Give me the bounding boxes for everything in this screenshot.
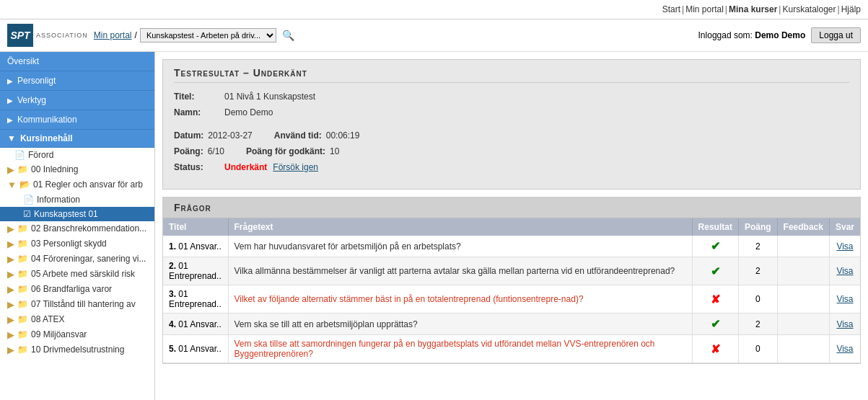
sidebar-overview-label: Översikt <box>7 56 39 66</box>
sidebar: Översikt ▶ Personligt ▶ Verktyg ▶ Kommun… <box>0 52 155 400</box>
retry-link[interactable]: Försök igen <box>273 162 318 172</box>
result-title-row: Titel: 01 Nivå 1 Kunskapstest <box>174 92 849 102</box>
cell-title: 1. 01 Ansvar.. <box>163 236 228 257</box>
folder-arrow-atex: ▶ <box>7 314 14 325</box>
cell-result: ✘ <box>692 335 738 363</box>
visa-link[interactable]: Visa <box>836 294 853 304</box>
result-time-value: 00:06:19 <box>326 130 360 141</box>
tree-label-drivmedel: 10 Drivmedelsutrustning <box>31 345 124 355</box>
col-header-feedback: Feedback <box>777 218 829 236</box>
sidebar-item-tools[interactable]: ▶ Verktyg <box>0 91 154 110</box>
cell-title: 5. 01 Ansvar.. <box>163 335 228 363</box>
folder-shape-atex: 📁 <box>17 314 28 324</box>
tree-item-arbete-risk[interactable]: ▶ 📁 05 Arbete med särskild risk <box>0 267 154 282</box>
cell-question: Vilket av följande alternativ stämmer bä… <box>228 285 692 314</box>
cell-answer: Visa <box>829 257 860 285</box>
cell-question: Vem har huvudansvaret för arbetsmiljön p… <box>228 236 692 257</box>
tree-item-inledning[interactable]: ▶ 📁 00 Inledning <box>0 162 154 177</box>
nav-portal[interactable]: Min portal <box>685 4 724 14</box>
sidebar-tools-label: Verktyg <box>17 95 46 105</box>
folder-arrow-drivmedel: ▶ <box>7 345 14 355</box>
table-row: 3. 01 Entreprenad.. Vilket av följande a… <box>163 285 860 314</box>
content-area: Testresultat – Underkänt Titel: 01 Nivå … <box>155 52 868 400</box>
sidebar-item-personal[interactable]: ▶ Personligt <box>0 71 154 91</box>
breadcrumb-sep: / <box>135 30 137 40</box>
tree-item-drivmedel[interactable]: ▶ 📁 10 Drivmedelsutrustning <box>0 342 154 357</box>
result-date-time-group: Datum: 2012-03-27 Använd tid: 00:06:19 <box>174 130 849 141</box>
folder-arrow-fororeningar: ▶ <box>7 254 14 265</box>
tree-label-regler: 01 Regler och ansvar för arb <box>33 179 143 190</box>
breadcrumb-home[interactable]: Min portal <box>94 30 132 40</box>
tree-label-inledning: 00 Inledning <box>31 164 78 174</box>
tree-item-atex[interactable]: ▶ 📁 08 ATEX <box>0 312 154 327</box>
user-name: Demo Demo <box>755 30 805 40</box>
sidebar-item-communication[interactable]: ▶ Kommunikation <box>0 110 154 130</box>
table-row: 2. 01 Entreprenad.. Vilka allmänna bestä… <box>163 257 860 285</box>
doc-icon-forord: 📄 <box>14 150 25 160</box>
result-time-label: Använd tid: <box>274 130 322 141</box>
cell-title: 4. 01 Ansvar.. <box>163 314 228 335</box>
cell-answer: Visa <box>829 314 860 335</box>
col-header-question: Frågetext <box>228 218 692 236</box>
tree-item-bransch[interactable]: ▶ 📁 02 Branschrekommendation... <box>0 221 154 236</box>
tree-label-personligt-skydd: 03 Personligt skydd <box>31 239 107 249</box>
folder-arrow-miljoansvar: ▶ <box>7 329 14 340</box>
logo-association: ASSOCIATION <box>36 32 88 40</box>
result-date-field: Datum: 2012-03-27 <box>174 130 253 141</box>
folder-arrow-arbete-risk: ▶ <box>7 269 14 280</box>
visa-link[interactable]: Visa <box>836 266 853 276</box>
header-left: SPT ASSOCIATION Min portal / Kunskapstes… <box>7 24 294 47</box>
tree-item-fororeningar[interactable]: ▶ 📁 04 Föroreningar, sanering vi... <box>0 252 154 267</box>
nav-catalog[interactable]: Kurskataloger <box>782 4 836 14</box>
visa-link[interactable]: Visa <box>836 241 853 252</box>
search-button[interactable]: 🔍 <box>282 30 294 41</box>
result-check-icon: ✔ <box>711 265 720 277</box>
sidebar-communication-label: Kommunikation <box>17 115 77 125</box>
tree-item-forord[interactable]: 📄 Förord <box>0 148 154 162</box>
tree-item-kunskapstest01[interactable]: ☑ Kunskapstest 01 <box>0 207 154 221</box>
result-name-label: Namn: <box>174 107 224 117</box>
result-name-row: Namn: Demo Demo <box>174 107 849 117</box>
tree-item-regler[interactable]: ▼ 📂 01 Regler och ansvar för arb <box>0 177 154 192</box>
cell-question: Vem ska se till att en arbetsmiljöplan u… <box>228 314 692 335</box>
top-navigation: Start | Min portal | Mina kurser | Kursk… <box>0 0 868 19</box>
tree-item-personligt-skydd[interactable]: ▶ 📁 03 Personligt skydd <box>0 236 154 252</box>
folder-shape-tillstand: 📁 <box>17 299 28 309</box>
nav-start[interactable]: Start <box>662 4 680 14</box>
nav-help[interactable]: Hjälp <box>841 4 861 14</box>
folder-arrow-personligt: ▶ <box>7 239 14 249</box>
visa-link[interactable]: Visa <box>836 319 853 329</box>
breadcrumb: Min portal / Kunskapstest - Arbeten på d… <box>94 28 276 43</box>
tree-label-information: Information <box>37 195 80 205</box>
result-points-group: Poäng: 6/10 Poäng för godkänt: 10 <box>174 146 849 156</box>
tree-item-miljoansvar[interactable]: ▶ 📁 09 Miljöansvar <box>0 327 154 342</box>
sidebar-arrow-tools: ▶ <box>7 97 13 105</box>
breadcrumb-course-select[interactable]: Kunskapstest - Arbeten på driv... <box>140 28 276 43</box>
visa-link[interactable]: Visa <box>836 344 853 354</box>
folder-shape-personligt: 📁 <box>17 239 28 249</box>
logout-button[interactable]: Logga ut <box>811 27 861 43</box>
tree-item-information[interactable]: 📄 Information <box>0 192 154 207</box>
folder-icon-inledning: ▶ <box>7 164 14 175</box>
tree-label-fororeningar: 04 Föroreningar, sanering vi... <box>31 254 146 264</box>
questions-panel: Frågor Titel Frågetext Resultat Poäng Fe… <box>162 197 861 364</box>
tree-label-bransch: 02 Branschrekommendation... <box>31 223 146 234</box>
sidebar-arrow-course: ▼ <box>7 133 16 143</box>
result-points-field: Poäng: 6/10 <box>174 146 224 156</box>
sidebar-item-overview[interactable]: Översikt <box>0 52 154 71</box>
result-title-label: Titel: <box>174 92 224 102</box>
tree-item-tillstand[interactable]: ▶ 📁 07 Tillstånd till hantering av <box>0 297 154 312</box>
result-check-icon: ✔ <box>711 240 720 252</box>
cell-result: ✔ <box>692 236 738 257</box>
col-header-points: Poäng <box>738 218 777 236</box>
folder-shape-regler: 📂 <box>19 179 30 190</box>
cell-result: ✔ <box>692 257 738 285</box>
nav-my-courses[interactable]: Mina kurser <box>729 4 777 14</box>
cell-answer: Visa <box>829 236 860 257</box>
logged-in-label: Inloggad som: Demo Demo <box>698 30 806 40</box>
questions-heading: Frågor <box>163 197 860 218</box>
tree-item-brandfarliga[interactable]: ▶ 📁 06 Brandfarliga varor <box>0 282 154 297</box>
cell-points: 0 <box>738 335 777 363</box>
result-date-value: 2012-03-27 <box>208 130 252 141</box>
sidebar-item-course-content[interactable]: ▼ Kursinnehåll <box>0 130 154 148</box>
